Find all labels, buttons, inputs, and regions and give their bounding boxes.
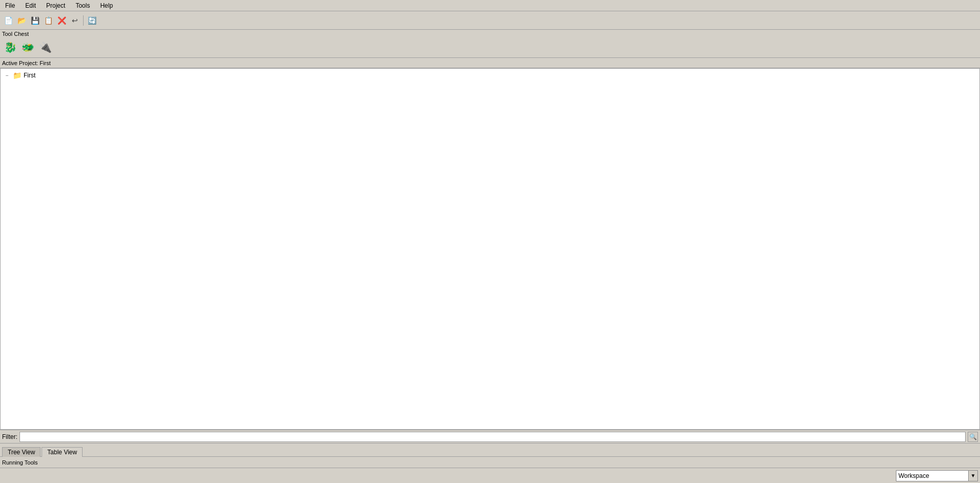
tree-item-first[interactable]: − 📁 First: [3, 71, 977, 80]
dragon1-icon[interactable]: 🐉: [2, 39, 18, 55]
tree-area[interactable]: − 📁 First: [1, 69, 979, 429]
tool-chest-label: Tool Chest: [2, 31, 978, 37]
filter-bar: Filter: 🔍: [0, 430, 980, 443]
saveas-icon: 📋: [44, 16, 53, 25]
workspace-dropdown[interactable]: Workspace ▼: [896, 470, 978, 481]
status-bar: Workspace ▼: [0, 468, 980, 483]
active-project-label: Active Project: First: [2, 60, 51, 66]
menu-tools[interactable]: Tools: [72, 1, 93, 10]
toolbar-refresh-btn[interactable]: 🔄: [86, 14, 98, 27]
open-icon: 📂: [17, 16, 26, 25]
menu-help[interactable]: Help: [97, 1, 116, 10]
workspace-dropdown-arrow[interactable]: ▼: [968, 471, 977, 481]
toolbar-open-btn[interactable]: 📂: [15, 14, 28, 27]
main-content: − 📁 First: [0, 68, 980, 430]
plugin-icon[interactable]: 🔌: [37, 39, 53, 55]
close-icon: ❌: [57, 16, 66, 25]
folder-icon-first: 📁: [13, 71, 22, 79]
tool-chest-section: Tool Chest 🐉 🐲 🔌: [0, 30, 980, 58]
toolbar-separator: [83, 15, 84, 26]
menu-file[interactable]: File: [2, 1, 18, 10]
refresh-icon: 🔄: [88, 16, 96, 25]
tab-table-view[interactable]: Table View: [42, 447, 83, 457]
tool-chest-icons: 🐉 🐲 🔌: [2, 38, 978, 56]
filter-label: Filter:: [2, 433, 17, 440]
toolbar-undo-btn[interactable]: ↩: [69, 14, 81, 27]
tree-expander-first[interactable]: −: [4, 72, 11, 79]
toolbar-save-btn[interactable]: 💾: [29, 14, 41, 27]
active-project-bar: Active Project: First: [0, 58, 980, 68]
filter-search-btn[interactable]: 🔍: [968, 432, 978, 442]
new-icon: 📄: [4, 16, 13, 25]
menu-project[interactable]: Project: [43, 1, 68, 10]
toolbar: 📄 📂 💾 📋 ❌ ↩ 🔄: [0, 11, 980, 30]
menu-bar: File Edit Project Tools Help: [0, 0, 980, 11]
save-icon: 💾: [31, 16, 39, 25]
workspace-dropdown-label: Workspace: [896, 472, 968, 480]
tree-label-first: First: [24, 72, 35, 79]
view-tabs: Tree View Table View: [0, 443, 980, 456]
toolbar-saveas-btn[interactable]: 📋: [42, 14, 54, 27]
menu-edit[interactable]: Edit: [22, 1, 39, 10]
running-tools-bar: Running Tools: [0, 456, 980, 468]
undo-icon: ↩: [72, 16, 78, 25]
toolbar-new-btn[interactable]: 📄: [2, 14, 14, 27]
running-tools-label: Running Tools: [2, 459, 38, 466]
filter-input[interactable]: [19, 432, 966, 442]
tab-tree-view[interactable]: Tree View: [2, 447, 41, 457]
search-icon: 🔍: [969, 433, 977, 440]
dragon2-icon[interactable]: 🐲: [19, 39, 36, 55]
toolbar-close-btn[interactable]: ❌: [55, 14, 68, 27]
